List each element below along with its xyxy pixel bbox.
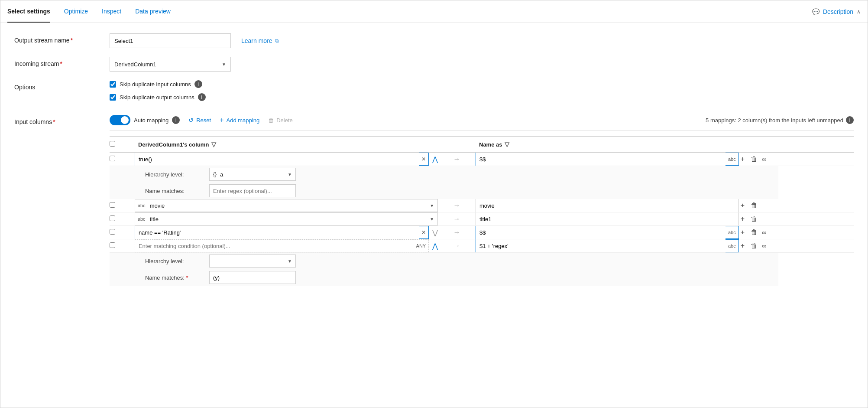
table-row-sub-hierarchy1: Hierarchy level: {} a ▼ xyxy=(110,166,854,183)
row5-add-button[interactable]: + xyxy=(739,241,746,251)
row3-checkbox[interactable] xyxy=(110,215,115,221)
row4-add-button[interactable]: + xyxy=(739,228,746,237)
delete-button[interactable]: 🗑 Delete xyxy=(268,117,293,124)
row1-link-icon[interactable]: ∞ xyxy=(762,156,766,163)
mapping-info: 5 mappings: 2 column(s) from the inputs … xyxy=(706,116,854,124)
output-stream-name-area: Learn more ⧉ xyxy=(110,33,854,48)
skip-dup-output-info-icon[interactable]: i xyxy=(198,93,206,101)
header-filter2-cell xyxy=(739,137,779,153)
row2-check xyxy=(110,199,135,212)
add-mapping-button[interactable]: + Add mapping xyxy=(220,116,259,124)
name-matches-input1[interactable] xyxy=(209,184,296,197)
row2-checkbox[interactable] xyxy=(110,202,115,208)
row1-expand-icon[interactable]: ⋀ xyxy=(432,155,438,163)
row5-any-badge: ANY xyxy=(414,243,429,248)
row5-arrow: → xyxy=(438,239,476,253)
row4-expand-icon[interactable]: ⋁ xyxy=(432,228,438,237)
auto-mapping-toggle[interactable] xyxy=(110,115,130,125)
auto-mapping-info-icon[interactable]: i xyxy=(172,116,180,124)
description-button[interactable]: 💬 Description ∧ xyxy=(812,8,861,15)
row2-dropdown-icon[interactable]: ▼ xyxy=(426,203,437,208)
source-col-header: DerivedColumn1's column xyxy=(138,141,209,148)
row1-nameas: abc xyxy=(476,153,739,166)
row1-add-button[interactable]: + xyxy=(739,154,746,164)
row1-close-icon[interactable]: ✕ xyxy=(419,156,428,162)
row5-delete-button[interactable]: 🗑 xyxy=(749,241,759,251)
row5-source-input[interactable] xyxy=(135,243,414,249)
select-all-checkbox[interactable] xyxy=(110,141,115,147)
row4-arrow: → xyxy=(438,226,476,239)
sub-empty3 xyxy=(476,166,739,183)
mapping-info-text: 5 mappings: 2 column(s) from the inputs … xyxy=(706,117,843,124)
tab-optimize[interactable]: Optimize xyxy=(64,1,88,23)
reset-icon: ↺ xyxy=(188,117,194,124)
sub5-nm-empty3 xyxy=(476,269,739,286)
hierarchy-dropdown-icon1[interactable]: ▼ xyxy=(284,172,295,177)
reset-button[interactable]: ↺ Reset xyxy=(188,117,211,124)
row4-close-icon[interactable]: ✕ xyxy=(419,229,428,235)
description-label: Description xyxy=(823,8,853,15)
skip-dup-input-checkbox[interactable] xyxy=(110,81,116,88)
input-columns-area: Auto mapping i ↺ Reset + Add mapping 🗑 D… xyxy=(110,115,854,286)
table-row: ✕ ⋀ → abc xyxy=(110,153,854,166)
row5-nameas-input[interactable] xyxy=(476,239,725,252)
row4-source-input[interactable] xyxy=(135,226,419,239)
tab-inspect[interactable]: Inspect xyxy=(102,1,121,23)
table-row-sub-hierarchy5: Hierarchy level: ▼ xyxy=(110,253,854,270)
row4-nameas-input[interactable] xyxy=(476,226,725,239)
options-label: Options xyxy=(14,80,110,91)
delete-label: Delete xyxy=(276,117,293,124)
row4-actions: + 🗑 ∞ xyxy=(739,226,779,239)
table-row: abc title ▼ → xyxy=(110,212,854,226)
incoming-stream-dropdown[interactable]: DerivedColumn1 ▼ xyxy=(110,57,231,72)
header-nameas-cell: Name as ▽ xyxy=(476,137,739,153)
skip-dup-input-info-icon[interactable]: i xyxy=(194,80,202,88)
name-matches-input5[interactable] xyxy=(209,271,296,284)
row2-delete-button[interactable]: 🗑 xyxy=(749,201,759,210)
options-row: Options Skip duplicate input columns i S… xyxy=(14,80,854,106)
row2-nameas xyxy=(476,199,739,212)
filter-icon-source[interactable]: ▽ xyxy=(211,141,216,148)
learn-more-link[interactable]: Learn more ⧉ xyxy=(241,37,279,44)
row4-link-icon[interactable]: ∞ xyxy=(762,229,766,236)
tab-select-settings[interactable]: Select settings xyxy=(7,1,50,23)
header-check-cell xyxy=(110,137,135,153)
mapping-info-icon[interactable]: i xyxy=(846,116,854,124)
row4-delete-button[interactable]: 🗑 xyxy=(749,228,759,237)
top-nav: Select settings Optimize Inspect Data pr… xyxy=(0,0,868,23)
row1-delete-button[interactable]: 🗑 xyxy=(749,154,759,164)
hierarchy-dropdown-icon5[interactable]: ▼ xyxy=(284,259,295,264)
row2-source: abc movie ▼ xyxy=(135,199,438,212)
description-icon: 💬 xyxy=(812,8,819,15)
row1-source-input[interactable] xyxy=(135,153,419,166)
incoming-stream-value: DerivedColumn1 xyxy=(114,61,222,68)
row3-nameas-input[interactable] xyxy=(476,212,738,225)
tab-data-preview[interactable]: Data preview xyxy=(135,1,171,23)
row1-arrow: → xyxy=(438,153,476,166)
skip-dup-output-checkbox[interactable] xyxy=(110,94,116,101)
add-mapping-label: Add mapping xyxy=(227,117,260,124)
row4-source: ✕ ⋁ xyxy=(135,226,438,239)
hierarchy-level-label1: Hierarchy level: xyxy=(145,171,206,178)
sub5-empty2 xyxy=(438,253,476,270)
table-row-sub-namematches5: Name matches: * xyxy=(110,269,854,286)
row3-source: abc title ▼ xyxy=(135,212,438,226)
row3-add-button[interactable]: + xyxy=(739,214,746,224)
row2-add-button[interactable]: + xyxy=(739,201,746,210)
row5-expand-icon[interactable]: ⋀ xyxy=(432,242,438,250)
row3-dropdown-icon[interactable]: ▼ xyxy=(426,217,437,222)
output-stream-name-input[interactable] xyxy=(110,33,231,48)
row5-link-icon[interactable]: ∞ xyxy=(762,242,766,249)
row5-checkbox[interactable] xyxy=(110,242,115,248)
row3-delete-button[interactable]: 🗑 xyxy=(749,214,759,224)
sub-nm-empty1 xyxy=(110,183,135,199)
row1-check xyxy=(110,153,135,166)
row2-nameas-input[interactable] xyxy=(476,199,738,212)
row1-checkbox[interactable] xyxy=(110,156,115,161)
row1-nameas-input[interactable] xyxy=(476,153,725,166)
sub-nm-empty3 xyxy=(476,183,739,199)
row4-checkbox[interactable] xyxy=(110,229,115,235)
row1-actions: + 🗑 ∞ xyxy=(739,153,779,166)
filter-icon-nameas[interactable]: ▽ xyxy=(505,141,509,148)
sub5-namematches: Name matches: * xyxy=(135,269,438,286)
